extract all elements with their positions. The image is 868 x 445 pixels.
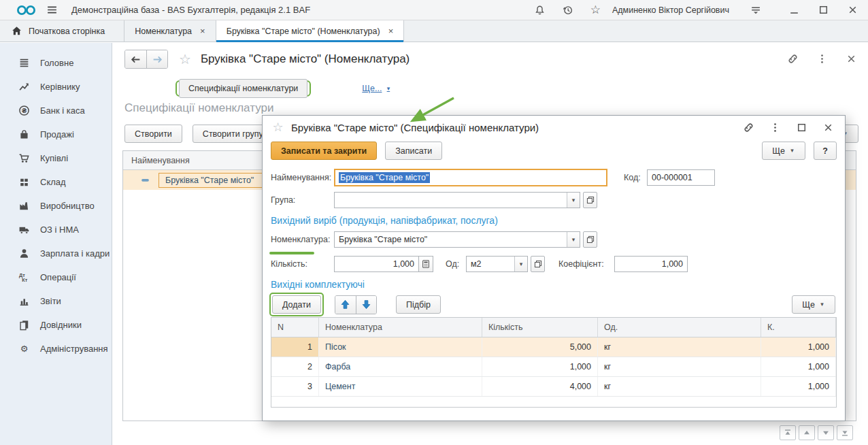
home-icon — [11, 25, 22, 37]
tab[interactable]: Номенклатура × — [124, 20, 216, 42]
dropdown-caret-icon[interactable]: ▾ — [567, 193, 580, 208]
service-menu-icon[interactable] — [750, 4, 761, 16]
move-down-button[interactable] — [356, 296, 376, 314]
nav-more-link[interactable]: Ще... ▾ — [362, 84, 391, 93]
sidebar-item-label: Зарплата і кадри — [40, 248, 110, 259]
sidebar-item-icon — [18, 248, 30, 259]
nomenclature-window: ☆ Бруківка "Старе місто" (Номенклатура) … — [112, 43, 868, 445]
open-unit-button[interactable] — [531, 256, 545, 272]
create-button[interactable]: Створити — [124, 125, 182, 143]
sidebar-item[interactable]: ОЗ і НМА — [0, 218, 112, 242]
row-number-cell: 1 — [271, 337, 319, 357]
go-first-button[interactable] — [780, 425, 796, 440]
dialog-title: Бруківка "Старе місто" (Специфікації ном… — [291, 122, 539, 133]
quantity-input[interactable]: 1,000 — [334, 256, 419, 272]
components-more-button[interactable]: Ще ▾ — [792, 295, 835, 314]
component-row[interactable]: 3 Цемент 4,000 кг 1,000 — [271, 377, 836, 397]
tab[interactable]: Бруківка "Старе місто" (Номенклатура) × — [216, 20, 405, 42]
component-row[interactable]: 2 Фарба 1,000 кг 1,000 — [271, 357, 836, 377]
sidebar-item-label: Склад — [40, 177, 66, 187]
sidebar-item-label: Адміністрування — [40, 344, 108, 354]
close-window-icon[interactable] — [846, 53, 857, 65]
column-quantity[interactable]: Кількість — [482, 318, 598, 337]
add-row-button[interactable]: Додати — [272, 295, 321, 314]
help-button[interactable]: ? — [814, 142, 837, 160]
unit-combobox[interactable]: м2 ▾ — [466, 256, 528, 272]
sidebar-item[interactable]: ⚙ Адміністрування — [0, 337, 112, 361]
sidebar-item[interactable]: Керівнику — [0, 75, 112, 99]
dropdown-caret-icon[interactable]: ▾ — [567, 232, 580, 247]
column-k[interactable]: К. — [761, 318, 836, 337]
go-last-button[interactable] — [837, 425, 853, 440]
close-dialog-icon[interactable] — [822, 122, 834, 133]
group-combobox[interactable]: ▾ — [334, 192, 580, 208]
history-icon[interactable] — [562, 4, 573, 16]
maximize-dialog-icon[interactable] — [796, 122, 807, 133]
minimize-button[interactable] — [788, 4, 800, 16]
save-button[interactable]: Записати — [385, 142, 442, 160]
sidebar-item[interactable]: Зарплата і кадри — [0, 242, 112, 265]
go-prev-button[interactable] — [799, 425, 815, 440]
current-user[interactable]: Админенко Віктор Сергійович — [612, 5, 729, 15]
column-nomenclature[interactable]: Номенклатура — [319, 318, 482, 337]
save-and-close-button[interactable]: Записати та закрити — [271, 142, 377, 160]
favorite-star-icon[interactable]: ☆ — [272, 122, 284, 133]
open-group-button[interactable] — [583, 192, 597, 208]
sidebar-item[interactable]: ₴ Банк і каса — [0, 99, 112, 122]
pick-button[interactable]: Підбір — [396, 295, 441, 314]
get-link-icon[interactable] — [787, 53, 799, 65]
sidebar-item-label: Звіти — [40, 296, 61, 306]
open-nomenclature-button[interactable] — [583, 231, 597, 248]
maximize-button[interactable] — [818, 4, 829, 16]
forward-button[interactable] — [146, 50, 167, 68]
sidebar-item[interactable]: Склад — [0, 170, 112, 194]
column-n[interactable]: N — [271, 318, 319, 337]
sidebar-item[interactable]: ДтКт Операції — [0, 265, 112, 289]
sidebar-item-label: Довідники — [40, 320, 82, 330]
main-menu-icon[interactable] — [46, 4, 58, 16]
sidebar-item-label: Керівнику — [40, 82, 80, 92]
sidebar-item[interactable]: Купівлі — [0, 146, 112, 170]
coefficient-input[interactable]: 1,000 — [614, 256, 688, 272]
create-group-button[interactable]: Створити групу — [193, 125, 273, 143]
move-up-button[interactable] — [335, 296, 356, 314]
active-section-button[interactable]: Специфікації номенклатури — [179, 79, 307, 98]
close-app-button[interactable] — [847, 4, 858, 16]
sidebar-item[interactable]: Звіти — [0, 289, 112, 313]
k-cell: 1,000 — [761, 377, 836, 396]
tab-close-icon[interactable]: × — [388, 26, 394, 36]
get-link-icon[interactable] — [743, 122, 754, 133]
tab-close-icon[interactable]: × — [200, 26, 205, 36]
app-title: Демонстраційна база - BAS Бухгалтерія, р… — [71, 5, 310, 15]
sidebar-item-label: Головне — [40, 58, 73, 68]
dialog-more-button[interactable]: Ще ▾ — [762, 142, 805, 160]
more-menu-icon[interactable] — [816, 53, 828, 65]
back-arrow-icon — [130, 54, 141, 65]
sidebar-item[interactable]: Головне — [0, 51, 112, 75]
sidebar-item[interactable]: Довідники — [0, 313, 112, 337]
sidebar-item-icon — [18, 295, 30, 307]
sidebar-item[interactable]: Виробництво — [0, 194, 112, 218]
home-page-tab[interactable]: Початкова сторінка — [0, 20, 124, 42]
sidebar-item-icon — [18, 152, 30, 164]
nomenclature-combobox[interactable]: Бруківка "Старе місто" ▾ — [334, 231, 580, 248]
nomenclature-cell: Пісок — [319, 337, 482, 357]
component-row[interactable]: 1 Пісок 5,000 кг 1,000 — [271, 337, 836, 357]
favorite-star-icon[interactable]: ☆ — [179, 51, 191, 67]
calculator-button[interactable] — [419, 256, 433, 272]
column-unit[interactable]: Од. — [598, 318, 761, 337]
back-button[interactable] — [125, 50, 146, 68]
quantity-label: Кількість: — [271, 259, 334, 269]
name-input[interactable]: Бруківка "Старе місто" — [334, 169, 607, 186]
chevron-down-icon: ▾ — [385, 86, 391, 92]
sidebar-item[interactable]: Продажі — [0, 122, 112, 146]
favorites-star-icon[interactable]: ☆ — [590, 4, 601, 16]
go-next-button[interactable] — [818, 425, 834, 440]
notifications-bell-icon[interactable] — [534, 4, 546, 16]
tab-bar: Початкова сторінка Номенклатура × Бруків… — [0, 20, 868, 42]
more-menu-icon[interactable] — [769, 122, 781, 133]
go-last-icon — [840, 428, 850, 438]
nomenclature-label: Номенклатура: — [271, 235, 334, 244]
dropdown-caret-icon[interactable]: ▾ — [514, 257, 527, 271]
code-input[interactable]: 00-000001 — [647, 169, 715, 186]
